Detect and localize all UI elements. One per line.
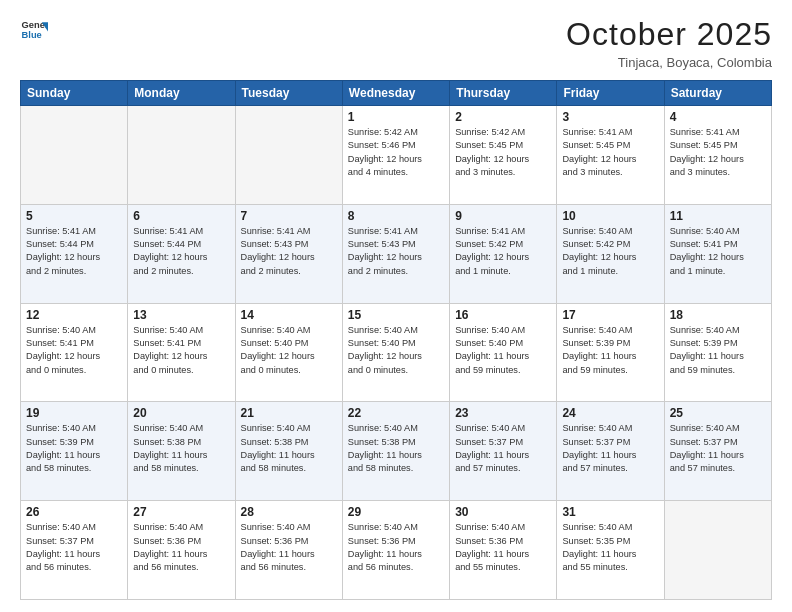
calendar-table: Sunday Monday Tuesday Wednesday Thursday… (20, 80, 772, 600)
day-number: 3 (562, 110, 658, 124)
day-number: 28 (241, 505, 337, 519)
day-number: 6 (133, 209, 229, 223)
logo: General Blue (20, 16, 48, 44)
day-info: Sunrise: 5:42 AM Sunset: 5:46 PM Dayligh… (348, 126, 444, 179)
day-info: Sunrise: 5:40 AM Sunset: 5:39 PM Dayligh… (670, 324, 766, 377)
week-row-3: 19Sunrise: 5:40 AM Sunset: 5:39 PM Dayli… (21, 402, 772, 501)
day-number: 23 (455, 406, 551, 420)
cell-1-3: 8Sunrise: 5:41 AM Sunset: 5:43 PM Daylig… (342, 204, 449, 303)
day-number: 18 (670, 308, 766, 322)
cell-2-5: 17Sunrise: 5:40 AM Sunset: 5:39 PM Dayli… (557, 303, 664, 402)
header-saturday: Saturday (664, 81, 771, 106)
day-number: 12 (26, 308, 122, 322)
day-info: Sunrise: 5:40 AM Sunset: 5:37 PM Dayligh… (670, 422, 766, 475)
day-number: 25 (670, 406, 766, 420)
day-info: Sunrise: 5:40 AM Sunset: 5:42 PM Dayligh… (562, 225, 658, 278)
cell-2-2: 14Sunrise: 5:40 AM Sunset: 5:40 PM Dayli… (235, 303, 342, 402)
day-info: Sunrise: 5:40 AM Sunset: 5:37 PM Dayligh… (26, 521, 122, 574)
cell-1-4: 9Sunrise: 5:41 AM Sunset: 5:42 PM Daylig… (450, 204, 557, 303)
day-number: 30 (455, 505, 551, 519)
header-friday: Friday (557, 81, 664, 106)
day-info: Sunrise: 5:40 AM Sunset: 5:37 PM Dayligh… (455, 422, 551, 475)
cell-1-0: 5Sunrise: 5:41 AM Sunset: 5:44 PM Daylig… (21, 204, 128, 303)
day-info: Sunrise: 5:40 AM Sunset: 5:40 PM Dayligh… (348, 324, 444, 377)
week-row-1: 5Sunrise: 5:41 AM Sunset: 5:44 PM Daylig… (21, 204, 772, 303)
header: General Blue October 2025 Tinjaca, Boyac… (20, 16, 772, 70)
day-info: Sunrise: 5:40 AM Sunset: 5:39 PM Dayligh… (562, 324, 658, 377)
day-number: 20 (133, 406, 229, 420)
cell-2-0: 12Sunrise: 5:40 AM Sunset: 5:41 PM Dayli… (21, 303, 128, 402)
day-info: Sunrise: 5:40 AM Sunset: 5:41 PM Dayligh… (670, 225, 766, 278)
cell-4-2: 28Sunrise: 5:40 AM Sunset: 5:36 PM Dayli… (235, 501, 342, 600)
cell-3-1: 20Sunrise: 5:40 AM Sunset: 5:38 PM Dayli… (128, 402, 235, 501)
cell-3-5: 24Sunrise: 5:40 AM Sunset: 5:37 PM Dayli… (557, 402, 664, 501)
day-number: 4 (670, 110, 766, 124)
header-tuesday: Tuesday (235, 81, 342, 106)
day-info: Sunrise: 5:41 AM Sunset: 5:45 PM Dayligh… (670, 126, 766, 179)
cell-4-1: 27Sunrise: 5:40 AM Sunset: 5:36 PM Dayli… (128, 501, 235, 600)
day-info: Sunrise: 5:40 AM Sunset: 5:39 PM Dayligh… (26, 422, 122, 475)
location-subtitle: Tinjaca, Boyaca, Colombia (566, 55, 772, 70)
cell-3-6: 25Sunrise: 5:40 AM Sunset: 5:37 PM Dayli… (664, 402, 771, 501)
day-number: 7 (241, 209, 337, 223)
cell-2-6: 18Sunrise: 5:40 AM Sunset: 5:39 PM Dayli… (664, 303, 771, 402)
day-number: 5 (26, 209, 122, 223)
week-row-2: 12Sunrise: 5:40 AM Sunset: 5:41 PM Dayli… (21, 303, 772, 402)
header-wednesday: Wednesday (342, 81, 449, 106)
day-info: Sunrise: 5:41 AM Sunset: 5:44 PM Dayligh… (26, 225, 122, 278)
cell-3-0: 19Sunrise: 5:40 AM Sunset: 5:39 PM Dayli… (21, 402, 128, 501)
day-number: 19 (26, 406, 122, 420)
cell-0-2 (235, 106, 342, 205)
logo-icon: General Blue (20, 16, 48, 44)
day-number: 14 (241, 308, 337, 322)
day-number: 24 (562, 406, 658, 420)
week-row-4: 26Sunrise: 5:40 AM Sunset: 5:37 PM Dayli… (21, 501, 772, 600)
cell-3-2: 21Sunrise: 5:40 AM Sunset: 5:38 PM Dayli… (235, 402, 342, 501)
day-info: Sunrise: 5:41 AM Sunset: 5:42 PM Dayligh… (455, 225, 551, 278)
day-number: 1 (348, 110, 444, 124)
day-info: Sunrise: 5:41 AM Sunset: 5:44 PM Dayligh… (133, 225, 229, 278)
day-number: 2 (455, 110, 551, 124)
day-number: 29 (348, 505, 444, 519)
header-thursday: Thursday (450, 81, 557, 106)
day-info: Sunrise: 5:40 AM Sunset: 5:41 PM Dayligh… (133, 324, 229, 377)
day-number: 22 (348, 406, 444, 420)
day-number: 21 (241, 406, 337, 420)
day-info: Sunrise: 5:41 AM Sunset: 5:45 PM Dayligh… (562, 126, 658, 179)
day-number: 27 (133, 505, 229, 519)
cell-3-4: 23Sunrise: 5:40 AM Sunset: 5:37 PM Dayli… (450, 402, 557, 501)
day-info: Sunrise: 5:40 AM Sunset: 5:36 PM Dayligh… (348, 521, 444, 574)
day-info: Sunrise: 5:40 AM Sunset: 5:36 PM Dayligh… (455, 521, 551, 574)
cell-4-0: 26Sunrise: 5:40 AM Sunset: 5:37 PM Dayli… (21, 501, 128, 600)
cell-0-3: 1Sunrise: 5:42 AM Sunset: 5:46 PM Daylig… (342, 106, 449, 205)
header-monday: Monday (128, 81, 235, 106)
day-number: 26 (26, 505, 122, 519)
day-number: 17 (562, 308, 658, 322)
day-number: 8 (348, 209, 444, 223)
cell-4-3: 29Sunrise: 5:40 AM Sunset: 5:36 PM Dayli… (342, 501, 449, 600)
day-number: 13 (133, 308, 229, 322)
day-number: 16 (455, 308, 551, 322)
cell-1-6: 11Sunrise: 5:40 AM Sunset: 5:41 PM Dayli… (664, 204, 771, 303)
day-info: Sunrise: 5:40 AM Sunset: 5:38 PM Dayligh… (133, 422, 229, 475)
cell-1-2: 7Sunrise: 5:41 AM Sunset: 5:43 PM Daylig… (235, 204, 342, 303)
weekday-header-row: Sunday Monday Tuesday Wednesday Thursday… (21, 81, 772, 106)
page: General Blue October 2025 Tinjaca, Boyac… (0, 0, 792, 612)
cell-2-4: 16Sunrise: 5:40 AM Sunset: 5:40 PM Dayli… (450, 303, 557, 402)
cell-2-1: 13Sunrise: 5:40 AM Sunset: 5:41 PM Dayli… (128, 303, 235, 402)
cell-0-5: 3Sunrise: 5:41 AM Sunset: 5:45 PM Daylig… (557, 106, 664, 205)
cell-0-0 (21, 106, 128, 205)
cell-0-1 (128, 106, 235, 205)
day-info: Sunrise: 5:40 AM Sunset: 5:38 PM Dayligh… (241, 422, 337, 475)
day-number: 31 (562, 505, 658, 519)
day-info: Sunrise: 5:40 AM Sunset: 5:40 PM Dayligh… (241, 324, 337, 377)
day-info: Sunrise: 5:40 AM Sunset: 5:35 PM Dayligh… (562, 521, 658, 574)
day-number: 15 (348, 308, 444, 322)
day-info: Sunrise: 5:40 AM Sunset: 5:41 PM Dayligh… (26, 324, 122, 377)
title-block: October 2025 Tinjaca, Boyaca, Colombia (566, 16, 772, 70)
day-info: Sunrise: 5:40 AM Sunset: 5:36 PM Dayligh… (133, 521, 229, 574)
day-info: Sunrise: 5:40 AM Sunset: 5:40 PM Dayligh… (455, 324, 551, 377)
cell-4-5: 31Sunrise: 5:40 AM Sunset: 5:35 PM Dayli… (557, 501, 664, 600)
week-row-0: 1Sunrise: 5:42 AM Sunset: 5:46 PM Daylig… (21, 106, 772, 205)
day-info: Sunrise: 5:41 AM Sunset: 5:43 PM Dayligh… (348, 225, 444, 278)
